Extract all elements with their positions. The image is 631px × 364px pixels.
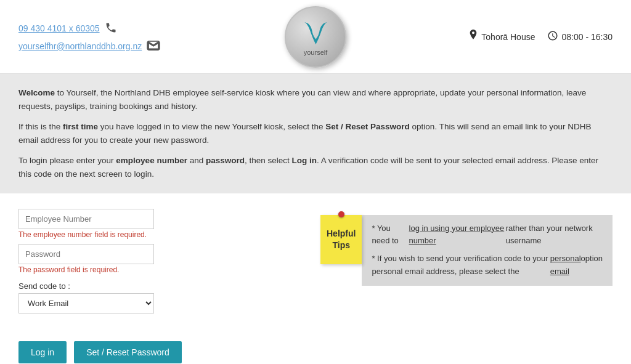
email-address: yourselfhr@northlanddhb.org.nz [18, 41, 142, 51]
password-input[interactable] [18, 244, 154, 264]
helpful-tips-text: HelpfulTips [327, 228, 356, 250]
main-content: The employee number field is required. T… [0, 193, 631, 329]
first-time-bold: first time [63, 122, 98, 131]
phone-number: 09 430 4101 x 60305 [18, 23, 100, 33]
info-para-1-rest: to Yourself, the Northland DHB employee … [18, 88, 586, 111]
password-error: The password field is required. [18, 265, 166, 274]
logo-container: yourself [285, 6, 346, 68]
tips-section: HelpfulTips * You need to log in using y… [320, 215, 613, 286]
location-icon [468, 30, 478, 44]
employee-number-input[interactable] [18, 209, 154, 229]
tip-2-post: option [581, 253, 603, 265]
logo-text: yourself [304, 49, 328, 56]
email-icon [147, 41, 160, 52]
tip-2: * If you wish to send your verification … [372, 253, 603, 278]
login-bold: Log in [292, 156, 317, 165]
info-para-3-pre: To login please enter your [18, 156, 116, 165]
clock-icon [547, 30, 558, 43]
bottom-section: Log in Set / Reset Password [0, 341, 631, 364]
info-para-2-pre: If this is the [18, 122, 63, 131]
welcome-bold: Welcome [18, 88, 55, 97]
set-reset-bold: Set / Reset Password [325, 122, 410, 131]
info-para-2: If this is the first time you have logge… [18, 120, 613, 147]
tip-1-pre: * You need to [372, 222, 409, 248]
tip-1-link[interactable]: log in using your employee number [409, 222, 506, 248]
send-code-label: Send code to : [18, 281, 166, 291]
hours-label: 08:00 - 16:30 [561, 32, 613, 42]
login-button[interactable]: Log in [18, 341, 67, 363]
button-row: Log in Set / Reset Password [18, 341, 613, 363]
employee-number-error: The employee number field is required. [18, 230, 166, 239]
tips-content: * You need to log in using your employee… [362, 215, 613, 286]
email-link[interactable]: yourselfhr@northlanddhb.org.nz [18, 41, 160, 52]
send-code-dropdown[interactable]: Work Email Personal Email [18, 293, 154, 313]
time-info: 08:00 - 16:30 [547, 30, 613, 43]
info-para-3-and: and [187, 156, 206, 165]
set-reset-password-button[interactable]: Set / Reset Password [74, 341, 182, 363]
phone-link[interactable]: 09 430 4101 x 60305 [18, 22, 160, 36]
header-info: Tohorā House 08:00 - 16:30 [468, 30, 613, 44]
tip-1-post: rather than your network username [506, 222, 603, 248]
tip-2-link[interactable]: personal email [550, 253, 581, 278]
pin-icon [338, 211, 344, 217]
location-label: Tohorā House [481, 32, 535, 42]
password-bold: password [206, 156, 245, 165]
info-para-3: To login please enter your employee numb… [18, 154, 613, 180]
info-para-3-then: , then select [245, 156, 292, 165]
phone-icon [105, 22, 117, 36]
tip-1: * You need to log in using your employee… [372, 222, 603, 248]
info-para-1: Welcome to Yourself, the Northland DHB e… [18, 86, 613, 113]
info-banner: Welcome to Yourself, the Northland DHB e… [0, 74, 631, 193]
location-info: Tohorā House [468, 30, 535, 44]
logo: yourself [285, 6, 346, 68]
header-contact: 09 430 4101 x 60305 yourselfhr@northland… [18, 22, 160, 52]
login-form: The employee number field is required. T… [18, 209, 166, 313]
employee-number-bold: employee number [116, 156, 187, 165]
header: 09 430 4101 x 60305 yourselfhr@northland… [0, 0, 631, 74]
info-para-2-mid: you have logged in to view the new Yours… [98, 122, 325, 131]
tip-2-pre: * If you wish to send your verification … [372, 253, 550, 278]
helpful-tips-note: HelpfulTips [320, 215, 362, 264]
